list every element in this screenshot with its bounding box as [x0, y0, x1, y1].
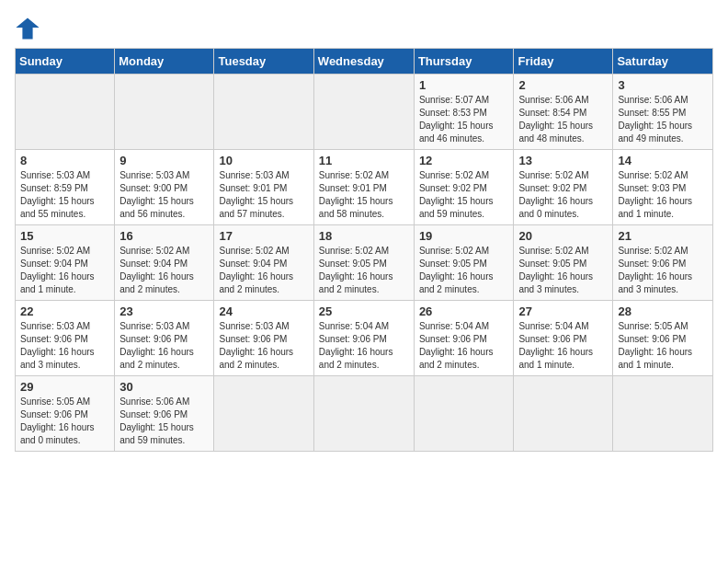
day-number: 24 — [219, 304, 308, 318]
day-number: 20 — [518, 229, 608, 243]
day-number: 22 — [20, 304, 109, 318]
day-info: Sunrise: 5:07 AM Sunset: 8:53 PM Dayligh… — [419, 94, 509, 145]
calendar-cell — [313, 75, 414, 150]
header — [15, 15, 713, 40]
day-number: 11 — [319, 154, 409, 167]
day-number: 14 — [618, 154, 708, 167]
day-number: 25 — [319, 304, 409, 318]
day-number: 16 — [119, 229, 209, 243]
calendar-cell: 20Sunrise: 5:02 AM Sunset: 9:05 PM Dayli… — [514, 225, 613, 301]
logo — [15, 15, 44, 40]
day-info: Sunrise: 5:03 AM Sunset: 9:00 PM Dayligh… — [119, 169, 209, 221]
calendar-cell — [414, 376, 514, 452]
weekday-header-tuesday: Tuesday — [214, 49, 313, 75]
calendar-cell — [214, 376, 313, 452]
day-number: 12 — [419, 154, 509, 167]
day-info: Sunrise: 5:02 AM Sunset: 9:05 PM Dayligh… — [518, 245, 608, 296]
calendar-cell: 16Sunrise: 5:02 AM Sunset: 9:04 PM Dayli… — [115, 225, 214, 301]
day-number: 29 — [20, 380, 109, 394]
day-number: 26 — [419, 304, 509, 318]
week-row-4: 22Sunrise: 5:03 AM Sunset: 9:06 PM Dayli… — [16, 301, 713, 376]
calendar-cell — [313, 376, 414, 452]
weekday-header-row: SundayMondayTuesdayWednesdayThursdayFrid… — [16, 49, 713, 75]
day-info: Sunrise: 5:02 AM Sunset: 9:04 PM Dayligh… — [119, 245, 209, 296]
weekday-header-friday: Friday — [514, 49, 613, 75]
day-number: 10 — [219, 154, 308, 167]
calendar-cell: 15Sunrise: 5:02 AM Sunset: 9:04 PM Dayli… — [16, 225, 115, 301]
calendar-cell: 19Sunrise: 5:02 AM Sunset: 9:05 PM Dayli… — [414, 225, 514, 301]
calendar-cell: 18Sunrise: 5:02 AM Sunset: 9:05 PM Dayli… — [313, 225, 414, 301]
svg-marker-0 — [16, 18, 39, 40]
calendar-cell: 14Sunrise: 5:02 AM Sunset: 9:03 PM Dayli… — [613, 150, 713, 225]
weekday-header-thursday: Thursday — [414, 49, 514, 75]
weekday-header-sunday: Sunday — [16, 49, 115, 75]
day-info: Sunrise: 5:02 AM Sunset: 9:02 PM Dayligh… — [419, 169, 509, 221]
day-info: Sunrise: 5:02 AM Sunset: 9:01 PM Dayligh… — [319, 169, 409, 221]
calendar-cell — [613, 376, 713, 452]
day-number: 27 — [518, 304, 608, 318]
day-info: Sunrise: 5:04 AM Sunset: 9:06 PM Dayligh… — [518, 320, 608, 372]
day-info: Sunrise: 5:03 AM Sunset: 9:06 PM Dayligh… — [119, 320, 209, 372]
week-row-5: 29Sunrise: 5:05 AM Sunset: 9:06 PM Dayli… — [16, 376, 713, 452]
calendar-cell: 8Sunrise: 5:03 AM Sunset: 8:59 PM Daylig… — [16, 150, 115, 225]
weekday-header-monday: Monday — [115, 49, 214, 75]
calendar-cell: 13Sunrise: 5:02 AM Sunset: 9:02 PM Dayli… — [514, 150, 613, 225]
day-number: 23 — [119, 304, 209, 318]
calendar-cell — [514, 376, 613, 452]
day-info: Sunrise: 5:06 AM Sunset: 8:54 PM Dayligh… — [518, 94, 608, 145]
day-number: 28 — [618, 304, 708, 318]
day-info: Sunrise: 5:02 AM Sunset: 9:04 PM Dayligh… — [20, 245, 109, 296]
calendar-cell: 22Sunrise: 5:03 AM Sunset: 9:06 PM Dayli… — [16, 301, 115, 376]
weekday-header-saturday: Saturday — [613, 49, 713, 75]
calendar-cell — [214, 75, 313, 150]
calendar-cell: 24Sunrise: 5:03 AM Sunset: 9:06 PM Dayli… — [214, 301, 313, 376]
calendar-cell: 26Sunrise: 5:04 AM Sunset: 9:06 PM Dayli… — [414, 301, 514, 376]
day-info: Sunrise: 5:02 AM Sunset: 9:03 PM Dayligh… — [618, 169, 708, 221]
weekday-header-wednesday: Wednesday — [313, 49, 414, 75]
day-info: Sunrise: 5:06 AM Sunset: 8:55 PM Dayligh… — [618, 94, 708, 145]
day-number: 2 — [518, 78, 608, 92]
calendar-cell: 27Sunrise: 5:04 AM Sunset: 9:06 PM Dayli… — [514, 301, 613, 376]
calendar-cell: 28Sunrise: 5:05 AM Sunset: 9:06 PM Dayli… — [613, 301, 713, 376]
day-number: 1 — [419, 78, 509, 92]
day-info: Sunrise: 5:03 AM Sunset: 9:06 PM Dayligh… — [219, 320, 308, 372]
week-row-2: 8Sunrise: 5:03 AM Sunset: 8:59 PM Daylig… — [16, 150, 713, 225]
calendar-cell: 3Sunrise: 5:06 AM Sunset: 8:55 PM Daylig… — [613, 75, 713, 150]
calendar-cell — [16, 75, 115, 150]
day-info: Sunrise: 5:02 AM Sunset: 9:05 PM Dayligh… — [419, 245, 509, 296]
day-info: Sunrise: 5:03 AM Sunset: 9:01 PM Dayligh… — [219, 169, 308, 221]
calendar-cell: 10Sunrise: 5:03 AM Sunset: 9:01 PM Dayli… — [214, 150, 313, 225]
logo-icon — [15, 15, 40, 40]
day-number: 9 — [119, 154, 209, 167]
calendar-cell: 2Sunrise: 5:06 AM Sunset: 8:54 PM Daylig… — [514, 75, 613, 150]
day-number: 17 — [219, 229, 308, 243]
week-row-1: 1Sunrise: 5:07 AM Sunset: 8:53 PM Daylig… — [16, 75, 713, 150]
calendar-cell: 23Sunrise: 5:03 AM Sunset: 9:06 PM Dayli… — [115, 301, 214, 376]
day-info: Sunrise: 5:06 AM Sunset: 9:06 PM Dayligh… — [119, 396, 209, 447]
day-info: Sunrise: 5:02 AM Sunset: 9:06 PM Dayligh… — [618, 245, 708, 296]
calendar-cell: 25Sunrise: 5:04 AM Sunset: 9:06 PM Dayli… — [313, 301, 414, 376]
day-number: 8 — [20, 154, 109, 167]
day-info: Sunrise: 5:02 AM Sunset: 9:05 PM Dayligh… — [319, 245, 409, 296]
calendar-cell: 30Sunrise: 5:06 AM Sunset: 9:06 PM Dayli… — [115, 376, 214, 452]
day-info: Sunrise: 5:05 AM Sunset: 9:06 PM Dayligh… — [618, 320, 708, 372]
day-info: Sunrise: 5:04 AM Sunset: 9:06 PM Dayligh… — [419, 320, 509, 372]
day-number: 21 — [618, 229, 708, 243]
week-row-3: 15Sunrise: 5:02 AM Sunset: 9:04 PM Dayli… — [16, 225, 713, 301]
calendar-cell: 11Sunrise: 5:02 AM Sunset: 9:01 PM Dayli… — [313, 150, 414, 225]
day-info: Sunrise: 5:02 AM Sunset: 9:02 PM Dayligh… — [518, 169, 608, 221]
day-number: 30 — [119, 380, 209, 394]
calendar-cell: 29Sunrise: 5:05 AM Sunset: 9:06 PM Dayli… — [16, 376, 115, 452]
day-number: 3 — [618, 78, 708, 92]
calendar-cell: 17Sunrise: 5:02 AM Sunset: 9:04 PM Dayli… — [214, 225, 313, 301]
calendar-cell: 9Sunrise: 5:03 AM Sunset: 9:00 PM Daylig… — [115, 150, 214, 225]
day-info: Sunrise: 5:05 AM Sunset: 9:06 PM Dayligh… — [20, 396, 109, 447]
day-number: 19 — [419, 229, 509, 243]
calendar-cell: 1Sunrise: 5:07 AM Sunset: 8:53 PM Daylig… — [414, 75, 514, 150]
day-info: Sunrise: 5:03 AM Sunset: 9:06 PM Dayligh… — [20, 320, 109, 372]
calendar-table: SundayMondayTuesdayWednesdayThursdayFrid… — [15, 48, 713, 452]
calendar-cell: 12Sunrise: 5:02 AM Sunset: 9:02 PM Dayli… — [414, 150, 514, 225]
day-info: Sunrise: 5:04 AM Sunset: 9:06 PM Dayligh… — [319, 320, 409, 372]
day-number: 18 — [319, 229, 409, 243]
day-number: 15 — [20, 229, 109, 243]
